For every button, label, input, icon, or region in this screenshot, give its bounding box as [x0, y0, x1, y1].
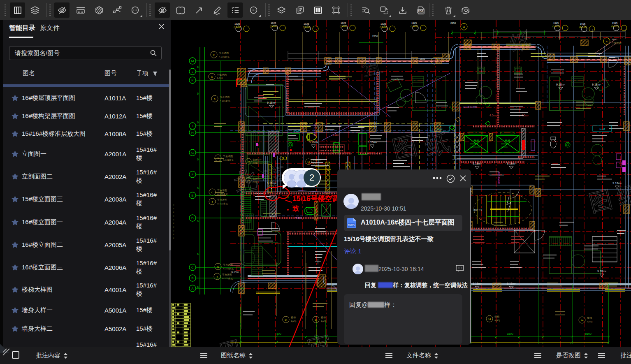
svg-text:1925: 1925: [580, 23, 586, 25]
svg-text:·I: ·I: [173, 237, 174, 239]
svg-text:6: 6: [197, 158, 199, 161]
svg-text:电梯: 电梯: [474, 139, 479, 142]
svg-text:D: D: [191, 216, 194, 220]
svg-text:A: A: [606, 40, 608, 43]
svg-text:3860: 3860: [612, 38, 617, 41]
svg-text:楼梯: 楼梯: [291, 316, 296, 319]
svg-text:500: 500: [276, 332, 281, 335]
svg-text:M#PFFL06: M#PFFL06: [498, 172, 500, 184]
svg-text:楼梯: 楼梯: [587, 317, 592, 319]
svg-text:(B2FTF): (B2FTF): [473, 209, 482, 211]
svg-text:1925: 1925: [271, 22, 276, 24]
svg-text:6: 6: [197, 92, 199, 95]
svg-text:主体结构: 主体结构: [217, 73, 227, 77]
svg-text:楼梯: 楼梯: [494, 315, 499, 318]
svg-text:2250: 2250: [450, 22, 456, 24]
svg-text:1925: 1925: [234, 23, 240, 25]
svg-text:1925: 1925: [553, 22, 559, 24]
svg-text:9.18m²: 9.18m²: [592, 83, 601, 86]
svg-text:DWG: DWG: [348, 224, 355, 227]
svg-text:节点详图: 节点详图: [223, 263, 233, 267]
svg-text:A(45): A(45): [494, 319, 500, 322]
svg-text:4.0m²: 4.0m²: [489, 114, 496, 117]
svg-text:5600: 5600: [585, 332, 592, 335]
svg-text:C: C: [211, 191, 213, 194]
svg-text:(14x60): (14x60): [234, 26, 241, 28]
svg-text:节点详图: 节点详图: [223, 155, 233, 158]
svg-text:(14x60): (14x60): [270, 25, 278, 28]
svg-text:·I: ·I: [173, 204, 174, 206]
svg-text:14: 14: [488, 318, 491, 320]
svg-text:L: L: [192, 70, 194, 74]
svg-text:J: J: [192, 124, 193, 128]
svg-text:A-101参见: A-101参见: [223, 267, 234, 270]
svg-text:1925: 1925: [380, 23, 386, 25]
svg-text:1925: 1925: [612, 22, 618, 24]
svg-text:9.18m²: 9.18m²: [556, 83, 565, 86]
svg-text:B: B: [191, 276, 193, 280]
svg-text:A(45): A(45): [253, 162, 258, 164]
svg-text:·I: ·I: [173, 226, 174, 228]
svg-text:M#PFFL06: M#PFFL06: [313, 123, 316, 136]
svg-text:9.18m²: 9.18m²: [597, 270, 606, 273]
svg-text:2250: 2250: [372, 35, 378, 37]
svg-text:节点详图: 节点详图: [217, 198, 227, 202]
svg-text:G: G: [191, 151, 194, 155]
svg-text:14: 14: [581, 319, 584, 322]
svg-text:6: 6: [197, 253, 199, 255]
svg-text:9.18m²: 9.18m²: [368, 141, 377, 144]
svg-text:C: C: [217, 266, 219, 268]
svg-text:9.18m²: 9.18m²: [473, 162, 482, 165]
svg-text:1.10m²: 1.10m²: [332, 134, 340, 136]
svg-text:节点详图: 节点详图: [220, 95, 230, 99]
svg-text:节点详图: 节点详图: [222, 273, 232, 276]
svg-text:nav 板四周圈: nav 板四周圈: [463, 106, 477, 109]
svg-text:E: E: [191, 194, 193, 197]
svg-text:A-101参见: A-101参见: [217, 202, 228, 205]
svg-text:楼梯: 楼梯: [321, 316, 326, 319]
svg-text:C: C: [191, 266, 194, 269]
svg-text:9.18m²: 9.18m²: [507, 162, 516, 165]
svg-text:C: C: [211, 76, 213, 78]
svg-text:9.18m²: 9.18m²: [267, 101, 276, 104]
svg-text:M: M: [191, 59, 194, 63]
svg-text:·I: ·I: [173, 211, 174, 213]
svg-text:14: 14: [247, 160, 250, 163]
svg-text:1925: 1925: [304, 23, 309, 25]
svg-text:6: 6: [197, 285, 199, 288]
svg-text:A: A: [463, 26, 465, 28]
svg-text:致: 致: [292, 205, 299, 212]
svg-text:节点详图: 节点详图: [217, 189, 227, 192]
svg-text:6: 6: [197, 187, 199, 190]
svg-text:电梯: 电梯: [505, 139, 510, 142]
svg-text:JS 0500: JS 0500: [230, 271, 239, 274]
svg-text:PDF: PDF: [418, 9, 423, 12]
svg-text:9.18m²: 9.18m²: [473, 282, 482, 285]
svg-text:节点详图: 节点详图: [219, 51, 229, 55]
svg-text:(14x60): (14x60): [380, 26, 387, 28]
svg-text:·I: ·I: [173, 233, 174, 236]
svg-text:A(45): A(45): [587, 320, 593, 323]
svg-text:·I: ·I: [173, 218, 174, 221]
svg-text:6: 6: [197, 121, 199, 124]
svg-text:(14x60): (14x60): [340, 25, 348, 28]
svg-text:A-101参见: A-101参见: [219, 56, 230, 58]
svg-text:·I: ·I: [173, 215, 174, 217]
svg-text:1800: 1800: [507, 332, 513, 335]
svg-text:14: 14: [315, 319, 318, 321]
svg-text:(14x60): (14x60): [611, 25, 619, 28]
svg-text:A-101参见: A-101参见: [220, 100, 230, 102]
svg-text:金属栏杆: 金属栏杆: [253, 158, 262, 161]
svg-text:(14x60): (14x60): [552, 25, 560, 28]
svg-text:金属栏杆: 金属栏杆: [313, 159, 322, 161]
svg-text:6: 6: [197, 65, 199, 68]
svg-text:A-101参见: A-101参见: [217, 193, 228, 195]
svg-text:空调孔: 空调孔: [295, 216, 302, 220]
svg-text:H: H: [191, 131, 194, 134]
svg-text:·I: ·I: [173, 207, 174, 210]
svg-text:A(45): A(45): [291, 320, 297, 322]
svg-text:(14x60): (14x60): [411, 25, 418, 28]
svg-text:A(45): A(45): [321, 320, 327, 322]
svg-text:14: 14: [285, 319, 288, 321]
svg-text:K: K: [191, 79, 194, 82]
